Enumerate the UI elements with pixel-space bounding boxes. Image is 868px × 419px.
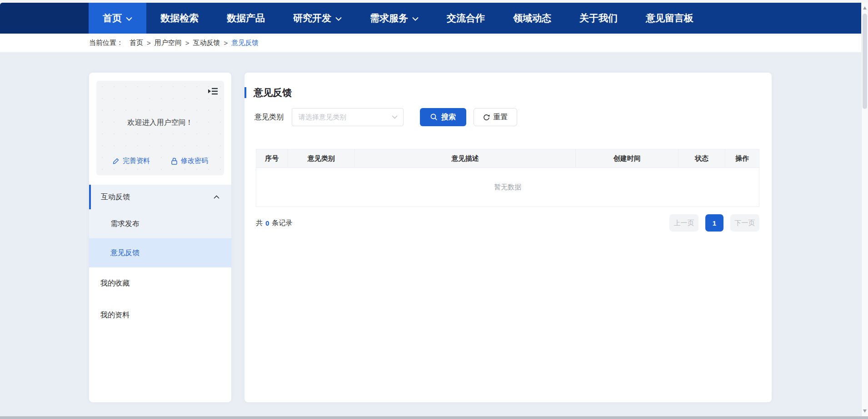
prev-page-button[interactable]: 上一页 <box>669 214 698 232</box>
chevron-down-icon <box>335 17 342 21</box>
nav-item-about-us[interactable]: 关于我们 <box>565 3 632 34</box>
feedback-table: 序号 意见类别 意见描述 创建时间 状态 操作 暂无数据 <box>256 149 759 207</box>
table-header-description: 意见描述 <box>355 149 576 168</box>
sidebar-item-my-profile[interactable]: 我的资料 <box>89 299 231 331</box>
nav-item-label: 首页 <box>103 12 122 25</box>
main-navigation: 首页 数据检索 数据产品 研究开发 需求服务 交流合作 领域动态 关于我们 意见… <box>89 3 708 34</box>
category-select[interactable]: 请选择意见类别 <box>292 108 404 126</box>
reset-button[interactable]: 重置 <box>474 108 517 126</box>
nav-item-label: 领域动态 <box>513 12 551 25</box>
top-navbar: 首页 数据检索 数据产品 研究开发 需求服务 交流合作 领域动态 关于我们 意见… <box>0 3 861 34</box>
reset-button-label: 重置 <box>494 113 508 122</box>
complete-profile-link[interactable]: 完善资料 <box>112 157 150 165</box>
change-password-link[interactable]: 修改密码 <box>171 157 208 165</box>
search-button-label: 搜索 <box>441 113 456 122</box>
scrollbar-thumb[interactable] <box>863 14 867 109</box>
feedback-content-card: 意见反馈 意见类别 请选择意见类别 搜索 重置 序号 意见类别 意见描述 <box>244 73 772 402</box>
page-1-button[interactable]: 1 <box>705 214 723 232</box>
nav-item-data-search[interactable]: 数据检索 <box>146 3 213 34</box>
window-bottom-edge <box>0 416 868 419</box>
nav-item-label: 数据检索 <box>160 12 199 25</box>
record-count-summary: 共 0 条记录 <box>256 219 292 227</box>
summary-prefix: 共 <box>256 219 263 227</box>
table-header-actions: 操作 <box>725 149 759 168</box>
edit-pencil-icon <box>112 158 120 165</box>
sidebar-item-feedback[interactable]: 意见反馈 <box>89 238 231 267</box>
table-header-created-time: 创建时间 <box>576 149 678 168</box>
search-button[interactable]: 搜索 <box>420 108 466 126</box>
scroll-down-icon[interactable] <box>863 409 867 413</box>
nav-item-message-board[interactable]: 意见留言板 <box>632 3 708 34</box>
table-header-status: 状态 <box>678 149 725 168</box>
breadcrumb-separator: > <box>224 39 228 47</box>
record-count: 0 <box>265 219 269 227</box>
breadcrumb-prefix: 当前位置： <box>89 39 123 47</box>
menu-item-label: 意见反馈 <box>110 248 140 258</box>
chevron-down-icon <box>126 17 132 21</box>
breadcrumb-item-user-space[interactable]: 用户空间 <box>155 39 182 47</box>
nav-item-label: 数据产品 <box>227 12 265 25</box>
menu-item-label: 我的收藏 <box>100 279 130 288</box>
category-filter-label: 意见类别 <box>254 113 284 122</box>
table-header-category: 意见类别 <box>288 149 355 168</box>
chevron-down-icon <box>392 115 398 119</box>
link-label: 修改密码 <box>181 157 208 165</box>
link-label: 完善资料 <box>123 157 150 165</box>
nav-item-field-news[interactable]: 领域动态 <box>499 3 565 34</box>
lock-icon <box>171 158 178 165</box>
table-empty-state: 暂无数据 <box>256 168 759 207</box>
search-icon <box>430 113 438 121</box>
nav-item-label: 研究开发 <box>293 12 331 25</box>
breadcrumb-separator: > <box>147 39 151 47</box>
nav-item-research[interactable]: 研究开发 <box>279 3 356 34</box>
pagination: 上一页 1 下一页 <box>669 214 759 232</box>
nav-item-label: 需求服务 <box>370 12 408 25</box>
filter-row: 意见类别 请选择意见类别 搜索 重置 <box>254 108 517 126</box>
collapse-menu-icon[interactable] <box>208 86 219 96</box>
sidebar-menu: 互动反馈 需求发布 意见反馈 我的收藏 我的资料 <box>89 185 231 331</box>
nav-item-label: 意见留言板 <box>646 12 693 25</box>
select-placeholder: 请选择意见类别 <box>299 113 346 122</box>
nav-item-home[interactable]: 首页 <box>89 3 146 34</box>
menu-item-label: 互动反馈 <box>101 192 130 202</box>
breadcrumb-item-home[interactable]: 首页 <box>130 39 143 47</box>
navbar-left-section <box>0 3 89 34</box>
breadcrumb: 当前位置： 首页 > 用户空间 > 互动反馈 > 意见反馈 <box>0 34 861 52</box>
sidebar-item-my-favorites[interactable]: 我的收藏 <box>89 267 231 299</box>
user-space-sidebar: 欢迎进入用户空间！ 完善资料 修改密码 互动反馈 需求发布 <box>89 73 231 402</box>
nav-item-cooperation[interactable]: 交流合作 <box>433 3 499 34</box>
title-accent-bar <box>244 87 246 98</box>
next-page-button[interactable]: 下一页 <box>730 214 759 232</box>
nav-item-label: 关于我们 <box>579 12 618 25</box>
refresh-icon <box>483 114 490 121</box>
welcome-message: 欢迎进入用户空间！ <box>96 118 224 128</box>
menu-item-label: 我的资料 <box>100 311 130 320</box>
welcome-links: 完善资料 修改密码 <box>96 157 224 165</box>
chevron-down-icon <box>412 17 419 21</box>
nav-item-demand-services[interactable]: 需求服务 <box>356 3 433 34</box>
welcome-panel: 欢迎进入用户空间！ 完善资料 修改密码 <box>96 81 224 175</box>
menu-item-label: 需求发布 <box>110 219 140 229</box>
page-title-row: 意见反馈 <box>244 86 292 99</box>
breadcrumb-item-interactive-feedback[interactable]: 互动反馈 <box>193 39 220 47</box>
breadcrumb-separator: > <box>185 39 190 47</box>
nav-item-data-products[interactable]: 数据产品 <box>213 3 279 34</box>
breadcrumb-item-current[interactable]: 意见反馈 <box>231 39 259 47</box>
scroll-up-icon[interactable] <box>863 6 867 10</box>
sidebar-item-interactive-feedback[interactable]: 互动反馈 <box>89 185 231 209</box>
vertical-scrollbar[interactable] <box>861 3 868 416</box>
table-header-row: 序号 意见类别 意见描述 创建时间 状态 操作 <box>256 149 759 168</box>
table-footer-row: 共 0 条记录 上一页 1 下一页 <box>256 214 759 232</box>
sidebar-item-demand-publish[interactable]: 需求发布 <box>89 209 231 238</box>
page-title: 意见反馈 <box>254 86 292 99</box>
chevron-up-icon <box>214 195 219 199</box>
nav-item-label: 交流合作 <box>447 12 485 25</box>
summary-suffix: 条记录 <box>272 219 292 227</box>
table-header-index: 序号 <box>256 149 288 168</box>
